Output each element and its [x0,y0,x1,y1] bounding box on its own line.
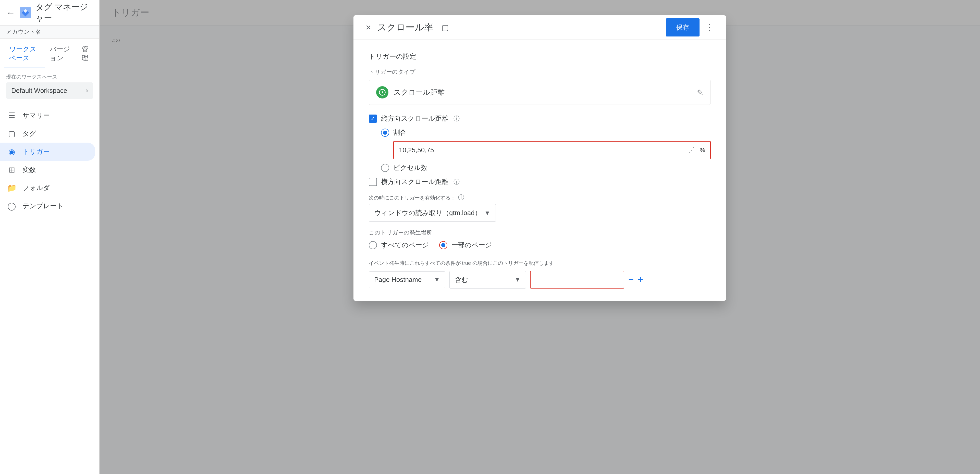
condition-value-input-container [530,271,624,288]
triggers-icon: ◉ [7,147,16,156]
source-radio-row: すべてのページ 一部のページ [369,240,711,254]
trigger-type-box: スクロール距離 ✎ [369,80,711,105]
condition-value-input[interactable] [536,275,619,284]
checkmark-icon: ✓ [371,115,375,122]
account-bar: アカウント名 [0,25,99,38]
condition-row: Page Hostname ▼ 含む ▼ − + [369,271,711,288]
sidebar-item-label-templates: テンプレート [22,202,64,210]
vertical-scroll-row: ✓ 縦方向スクロール距離 ⓘ [369,114,711,123]
condition-variable-value: Page Hostname [374,276,422,284]
ratio-radio-dot [383,130,387,135]
trigger-type-edit-button[interactable]: ✎ [697,88,703,97]
some-pages-radio-dot [441,243,445,247]
condition-operator-dropdown-arrow: ▼ [514,276,520,283]
horizontal-scroll-label: 横方向スクロール距離 [381,177,449,186]
dialog-body: トリガーの設定 トリガーのタイプ ス [353,40,726,301]
trigger-type-field-label: トリガーのタイプ [369,68,711,76]
sidebar-item-triggers[interactable]: ◉ トリガー [0,143,95,161]
tab-workspace[interactable]: ワークスペース [4,38,45,68]
sidebar-header: ← タグ マネージャー [0,0,99,25]
condition-label: イベント発生時にこれらすべての条件が true の場合にこのトリガーを配信します [369,260,711,267]
pixel-label: ピクセル数 [393,163,428,172]
sidebar: ← タグ マネージャー アカウント名 ワークスペース バージョン 管理 現在のワ… [0,0,100,474]
pixel-radio-row: ピクセル数 [381,163,711,172]
nav-tabs: ワークスペース バージョン 管理 [0,38,99,68]
all-pages-radio[interactable] [369,241,377,249]
more-button[interactable]: ⋮ [705,22,714,33]
enable-when-select[interactable]: ウィンドウの読み取り（gtm.load） ▼ [369,204,496,222]
tab-manage[interactable]: 管理 [76,38,95,68]
source-label: このトリガーの発生場所 [369,229,711,237]
sidebar-item-tags[interactable]: ▢ タグ [0,124,95,143]
ratio-value-input[interactable] [399,146,685,154]
ratio-label: 割合 [393,128,407,137]
sidebar-nav: ☰ サマリー ▢ タグ ◉ トリガー ⊞ 変数 📁 フォルダ ◯ テンプレート [0,107,99,215]
source-section: このトリガーの発生場所 すべてのページ 一部のページ [369,229,711,254]
trigger-dialog: × スクロール率 ▢ 保存 ⋮ トリガーの設定 トリガーのタイプ [353,15,726,301]
vertical-scroll-checkbox[interactable]: ✓ [369,115,377,123]
vertical-scroll-label: 縦方向スクロール距離 [381,114,449,123]
all-pages-label: すべてのページ [381,240,429,250]
condition-variable-select[interactable]: Page Hostname ▼ [369,272,445,288]
variables-icon: ⊞ [7,165,16,174]
app-title: タグ マネージャー [35,2,93,24]
back-button[interactable]: ← [6,7,15,18]
close-button[interactable]: × [366,22,371,33]
sidebar-item-label-triggers: トリガー [22,147,50,156]
sidebar-item-label-variables: 変数 [22,165,36,174]
gtm-logo [20,6,31,19]
all-pages-radio-row: すべてのページ [369,240,429,250]
horizontal-scroll-checkbox[interactable] [369,178,377,186]
sidebar-item-summary[interactable]: ☰ サマリー [0,107,95,124]
dialog-title: スクロール率 [377,21,433,34]
main-area: トリガー この × スクロール率 ▢ 保存 ⋮ トリガーの設定 トリガーのタイプ [100,0,980,474]
enable-when-help-icon[interactable]: ⓘ [458,194,464,201]
save-button[interactable]: 保存 [666,18,700,37]
scroll-type-radio-group: 割合 ⋰ % ピクセル数 [381,128,711,172]
table-icon[interactable]: ⋰ [688,146,695,154]
workspace-item[interactable]: Default Workspace › [6,83,93,99]
svg-line-5 [382,92,383,93]
sidebar-item-variables[interactable]: ⊞ 変数 [0,161,95,179]
condition-remove-button[interactable]: − [628,274,634,285]
some-pages-radio[interactable] [439,241,447,249]
workspace-name: Default Workspace [11,87,67,95]
chevron-right-icon: › [86,86,88,95]
sidebar-item-templates[interactable]: ◯ テンプレート [0,197,95,215]
trigger-type-left: スクロール距離 [376,86,445,99]
condition-operator-value: 含む [455,275,468,284]
tab-version[interactable]: バージョン [45,38,76,68]
folders-icon: 📁 [7,183,16,192]
scroll-icon [379,89,386,96]
enable-when-label: 次の時にこのトリガーを有効化する： ⓘ [369,193,711,202]
tags-icon: ▢ [7,129,16,138]
ratio-value-container: ⋰ % [393,141,711,159]
vertical-scroll-help-icon[interactable]: ⓘ [453,115,460,123]
dialog-header: × スクロール率 ▢ 保存 ⋮ [353,15,726,40]
enable-when-selected-value: ウィンドウの読み取り（gtm.load） [374,208,481,217]
condition-variable-dropdown-arrow: ▼ [434,276,440,283]
pixel-radio[interactable] [381,164,389,172]
condition-operator-select[interactable]: 含む ▼ [449,271,526,288]
workspace-section: 現在のワークスペース Default Workspace › [0,68,99,101]
condition-add-button[interactable]: + [638,274,643,285]
sidebar-item-label-tags: タグ [22,129,36,138]
section-title: トリガーの設定 [369,52,711,61]
ratio-radio[interactable] [381,129,389,137]
dialog-folder-icon: ▢ [442,23,449,32]
summary-icon: ☰ [7,111,16,120]
sidebar-item-label-summary: サマリー [22,111,50,120]
sidebar-item-folders[interactable]: 📁 フォルダ [0,179,95,197]
some-pages-radio-row: 一部のページ [439,240,492,250]
trigger-type-icon [376,86,388,99]
enable-when-text: 次の時にこのトリガーを有効化する： [369,195,455,200]
horizontal-scroll-help-icon[interactable]: ⓘ [453,178,460,186]
dialog-overlay: × スクロール率 ▢ 保存 ⋮ トリガーの設定 トリガーのタイプ [100,0,980,474]
workspace-label: 現在のワークスペース [6,73,93,80]
ratio-radio-row: 割合 [381,128,711,137]
enable-when-select-row: ウィンドウの読み取り（gtm.load） ▼ [369,204,711,222]
sidebar-item-label-folders: フォルダ [22,183,50,192]
account-name: アカウント名 [6,29,41,35]
some-pages-label: 一部のページ [452,240,492,250]
templates-icon: ◯ [7,202,16,210]
